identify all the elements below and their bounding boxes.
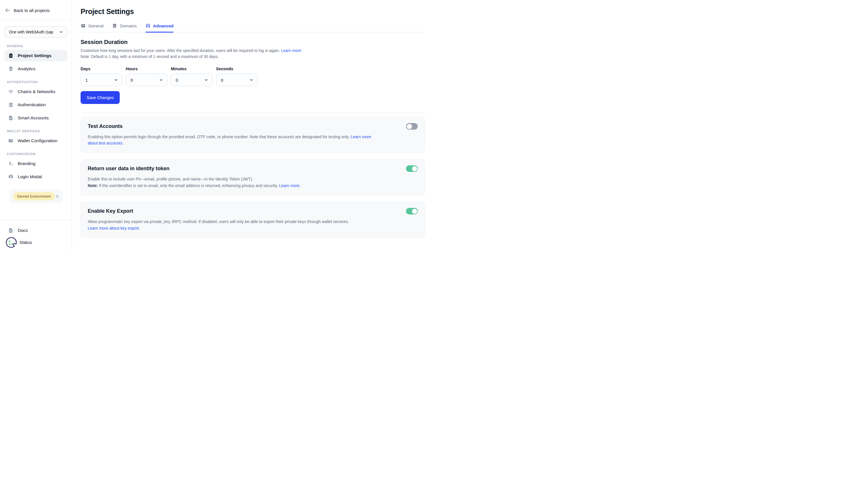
nav-section-general: GENERAL — [7, 44, 65, 48]
sidebar-item-label: Login Modal — [18, 174, 42, 179]
sidebar-item-label: Wallet Configuration — [18, 138, 58, 143]
sidebar-header: Back to all projects — [0, 0, 72, 20]
days-select[interactable]: 1 — [81, 74, 122, 86]
save-changes-button[interactable]: Save Changes — [81, 91, 120, 104]
minutes-label: Minutes — [171, 66, 213, 71]
page-title: Project Settings — [81, 8, 425, 16]
key-export-title: Enable Key Export — [88, 208, 133, 214]
days-label: Days — [81, 66, 122, 71]
duration-fields: Days 1 Hours 0 Minutes 0 — [81, 66, 425, 86]
description-text: Customize how long sessions last for you… — [81, 49, 281, 53]
sidebar-nav: GENERAL Project Settings Analytics AUTHE… — [0, 38, 72, 220]
environment-badge: Devnet Environment — [13, 192, 55, 200]
close-icon[interactable] — [55, 194, 60, 199]
days-field: Days 1 — [81, 66, 122, 86]
seconds-select[interactable]: 0 — [216, 74, 258, 86]
arrow-left-icon — [4, 7, 11, 13]
sidebar-item-chains-networks[interactable]: Chains & Networks — [4, 86, 67, 97]
session-duration-description: Customize how long sessions last for you… — [81, 48, 425, 53]
tab-domains[interactable]: Domains — [112, 23, 136, 32]
hours-select[interactable]: 0 — [126, 74, 167, 86]
tab-advanced[interactable]: Advanced — [145, 23, 174, 32]
tab-label: Advanced — [153, 23, 174, 28]
wifi-icon — [8, 89, 14, 95]
test-accounts-toggle[interactable] — [406, 123, 418, 130]
project-selector-dropdown[interactable]: One with Web3Auth (sap — [4, 26, 67, 38]
minutes-field: Minutes 0 — [171, 66, 213, 86]
sidebar-item-branding[interactable]: Branding — [4, 158, 67, 169]
hours-label: Hours — [126, 66, 167, 71]
app-root: Back to all projects One with Web3Auth (… — [0, 0, 432, 252]
identity-token-toggle[interactable] — [406, 165, 418, 172]
session-duration-title: Session Duration — [81, 39, 425, 46]
sidebar-item-login-modal[interactable]: Login Modal — [4, 171, 67, 183]
wallet-icon — [8, 138, 14, 144]
sidebar-item-project-settings[interactable]: Project Settings — [4, 50, 67, 61]
chevron-down-icon — [204, 78, 208, 82]
tab-label: General — [88, 23, 104, 28]
sidebar-item-label: Smart Accounts — [18, 115, 49, 121]
chevron-down-icon — [159, 78, 164, 82]
description-line: Enable this to include user PII—email, p… — [88, 176, 376, 183]
days-value: 1 — [85, 78, 88, 83]
chevron-down-icon — [59, 30, 63, 34]
key-export-description: Allow programmatic key export via privat… — [88, 219, 376, 231]
file-icon — [8, 115, 14, 121]
clipboard-icon — [8, 53, 14, 59]
sidebar: Back to all projects One with Web3Auth (… — [0, 0, 72, 252]
footer-item-label: Docs — [18, 228, 28, 233]
sidebar-item-label: Analytics — [18, 66, 35, 71]
chevron-down-icon — [249, 78, 254, 82]
nav-section-customization: CUSTOMIZATION — [7, 152, 65, 156]
minutes-value: 0 — [176, 78, 178, 83]
sidebar-item-smart-accounts[interactable]: Smart Accounts — [4, 112, 67, 124]
note-text: If the userIdentifier is set to email, o… — [98, 183, 279, 188]
user-circle-icon — [8, 174, 14, 180]
seconds-field: Seconds 0 — [216, 66, 258, 86]
test-accounts-title: Test Accounts — [88, 123, 123, 130]
key-export-learn-more-link[interactable]: Learn more about key export. — [88, 226, 140, 231]
learn-more-link[interactable]: Learn more — [281, 49, 301, 53]
main-content: Project Settings General Domains Advance… — [72, 0, 432, 252]
key-export-toggle[interactable] — [406, 208, 418, 214]
sidebar-item-authentication[interactable]: Authentication — [4, 99, 67, 111]
card-header: Return user data in identity token — [88, 165, 418, 172]
description-text: Enabling this option permits login throu… — [88, 135, 350, 139]
identity-token-description: Enable this to include user PII—email, p… — [88, 176, 376, 189]
description-line: Allow programmatic key export via privat… — [88, 219, 376, 225]
sidebar-item-analytics[interactable]: Analytics — [4, 63, 67, 75]
database-icon — [112, 23, 117, 28]
sidebar-item-label: Chains & Networks — [18, 89, 56, 94]
hours-value: 0 — [131, 78, 133, 83]
sidebar-item-status[interactable]: Status — [4, 236, 67, 249]
cookie-icon[interactable] — [5, 236, 17, 248]
test-accounts-card: Test Accounts Enabling this option permi… — [81, 117, 425, 152]
back-label: Back to all projects — [14, 8, 50, 13]
seconds-value: 0 — [221, 78, 223, 83]
analytics-icon — [8, 66, 14, 72]
note-label: Note: — [88, 183, 98, 188]
sidebar-item-label: Authentication — [18, 102, 46, 107]
sidebar-footer: Docs Status — [0, 220, 72, 252]
identity-token-title: Return user data in identity token — [88, 165, 169, 172]
docs-icon — [8, 228, 14, 233]
hours-field: Hours 0 — [126, 66, 167, 86]
session-duration-note: Note: Default is 1 day, with a minimum o… — [81, 54, 425, 59]
project-selector-value: One with Web3Auth (sap — [9, 30, 53, 34]
card-header: Enable Key Export — [88, 208, 418, 214]
nav-section-authentication: AUTHENTICATION — [7, 80, 65, 84]
tab-general[interactable]: General — [81, 23, 104, 32]
chevron-down-icon — [114, 78, 118, 82]
tab-bar: General Domains Advanced — [81, 23, 425, 32]
identity-token-learn-more-link[interactable]: Learn more. — [279, 183, 301, 188]
seconds-label: Seconds — [216, 66, 258, 71]
sidebar-item-docs[interactable]: Docs — [4, 225, 67, 236]
sidebar-item-wallet-configuration[interactable]: Wallet Configuration — [4, 135, 67, 147]
toggle-knob — [412, 209, 417, 214]
sliders-icon — [145, 23, 151, 28]
back-to-projects-link[interactable]: Back to all projects — [4, 7, 67, 13]
toggle-knob — [407, 124, 412, 129]
minutes-select[interactable]: 0 — [171, 74, 213, 86]
sidebar-item-label: Branding — [18, 161, 35, 166]
section-divider — [81, 112, 425, 113]
